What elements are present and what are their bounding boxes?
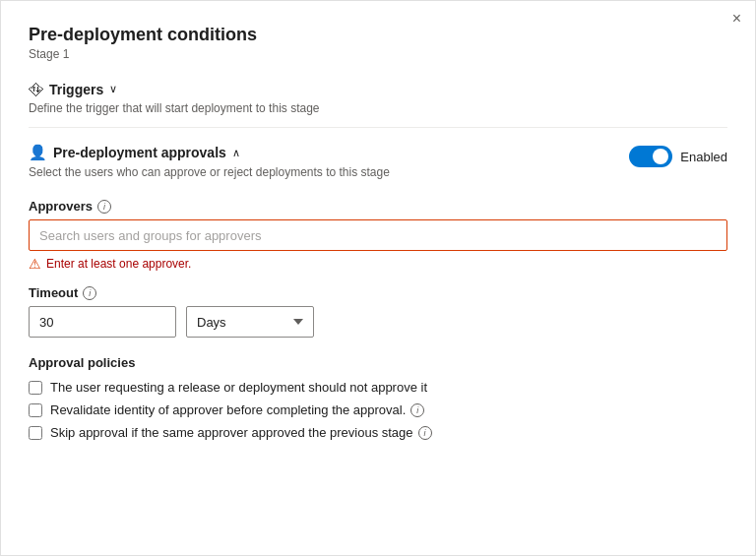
timeout-label-text: Timeout [29, 285, 78, 300]
policy-text-2: Revalidate identity of approver before c… [50, 402, 424, 417]
close-button[interactable]: × [732, 11, 741, 27]
policy-3-info-icon[interactable]: i [418, 426, 432, 440]
policy-3-text: Skip approval if the same approver appro… [50, 425, 413, 440]
triggers-chevron: ∨ [109, 83, 117, 95]
approvals-header[interactable]: 👤 Pre-deployment approvals ∧ [29, 144, 629, 161]
policy-2-text: Revalidate identity of approver before c… [50, 402, 406, 417]
policy-text-3: Skip approval if the same approver appro… [50, 425, 432, 440]
timeout-info-icon[interactable]: i [83, 286, 96, 300]
approvers-info-icon[interactable]: i [97, 200, 111, 214]
approvals-description: Select the users who can approve or reje… [29, 165, 629, 179]
timeout-unit-select[interactable]: Minutes Hours Days Weeks [186, 306, 314, 338]
triggers-section: ⛗ Triggers ∨ Define the trigger that wil… [29, 81, 727, 115]
triggers-description: Define the trigger that will start deplo… [29, 101, 727, 115]
toggle-label: Enabled [680, 150, 727, 164]
enabled-toggle[interactable] [629, 146, 672, 167]
policy-checkbox-2[interactable] [29, 403, 42, 417]
approvals-section: 👤 Pre-deployment approvals ∧ Select the … [29, 144, 727, 440]
toggle-area: Enabled [629, 146, 727, 167]
timeout-row: Minutes Hours Days Weeks [29, 306, 727, 338]
policy-item-1: The user requesting a release or deploym… [29, 380, 727, 395]
approvers-label-text: Approvers [29, 199, 93, 214]
timeout-label-row: Timeout i [29, 285, 727, 300]
approvals-header-row: 👤 Pre-deployment approvals ∧ Select the … [29, 144, 727, 185]
triggers-title: Triggers [49, 82, 103, 97]
divider-1 [29, 127, 727, 128]
approvals-left: 👤 Pre-deployment approvals ∧ Select the … [29, 144, 629, 185]
toggle-thumb [653, 149, 668, 164]
stage-label: Stage 1 [29, 47, 727, 61]
policy-item-3: Skip approval if the same approver appro… [29, 425, 727, 440]
timeout-value-input[interactable] [29, 306, 176, 338]
approvers-error: ⚠ Enter at least one approver. [29, 256, 727, 272]
approvals-chevron: ∧ [232, 147, 240, 159]
triggers-header[interactable]: ⛗ Triggers ∨ [29, 81, 727, 97]
triggers-icon: ⛗ [29, 81, 43, 97]
page-title: Pre-deployment conditions [29, 25, 727, 45]
approvals-icon: 👤 [29, 144, 47, 161]
policy-checkbox-1[interactable] [29, 381, 42, 395]
error-icon: ⚠ [29, 256, 41, 272]
approvers-label: Approvers i [29, 199, 727, 214]
policy-2-info-icon[interactable]: i [410, 403, 424, 417]
error-text: Enter at least one approver. [46, 257, 191, 271]
policy-checkbox-3[interactable] [29, 426, 42, 440]
approvers-search-input[interactable] [29, 219, 727, 251]
toggle-track [629, 146, 672, 167]
policies-title: Approval policies [29, 355, 727, 370]
policy-text-1: The user requesting a release or deploym… [50, 380, 427, 395]
panel: × Pre-deployment conditions Stage 1 ⛗ Tr… [0, 0, 756, 556]
policy-item-2: Revalidate identity of approver before c… [29, 402, 727, 417]
approvals-title: Pre-deployment approvals [53, 145, 226, 160]
